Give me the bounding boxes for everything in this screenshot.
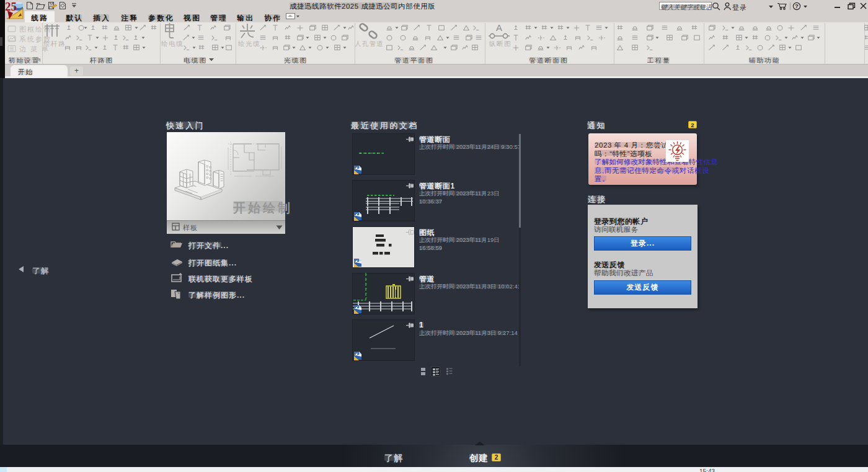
svg-text:?: ? (795, 2, 799, 9)
svg-text:A: A (496, 23, 502, 33)
svg-text:25: 25 (5, 1, 17, 13)
